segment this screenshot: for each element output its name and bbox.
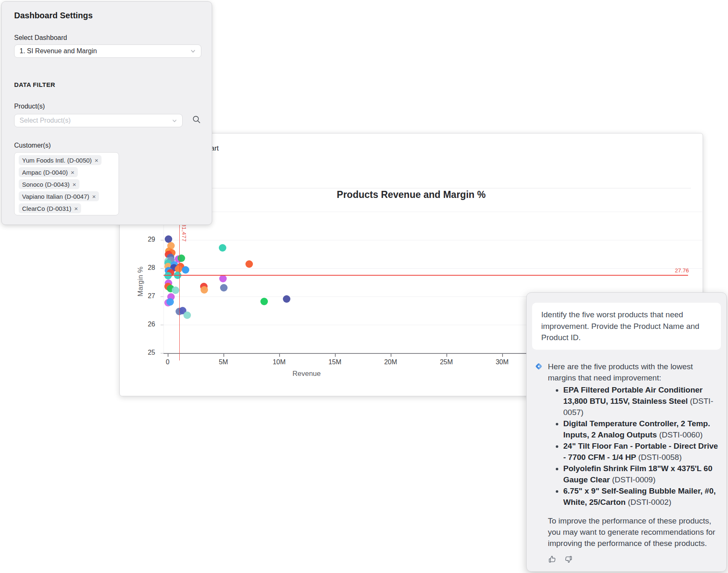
y-tick-label: 25 [138,349,155,356]
data-filter-section-label: DATA FILTER [14,81,55,88]
ai-chat-panel: Identify the five worst products that ne… [526,292,727,572]
x-tick-label: 20M [378,358,403,366]
x-tick [335,354,336,357]
scatter-point [165,235,172,243]
product-item: 6.75" x 9" Self-Sealing Bubble Mailer, #… [563,485,720,508]
scatter-point [219,275,227,282]
y-tick-label: 26 [138,321,155,328]
feedback-row [548,555,720,564]
x-tick-label: 5M [211,358,236,366]
products-select[interactable]: Select Product(s) [14,114,183,127]
scatter-point [260,298,268,305]
product-item: Digital Temperature Controller, 2 Temp. … [563,418,720,440]
y-tick-label: 29 [138,236,155,243]
y-tick [161,240,163,240]
select-dashboard-label: Select Dashboard [14,34,67,42]
dashboard-settings-panel: Dashboard Settings Select Dashboard 1. S… [1,1,212,225]
customer-tags: Yum Foods Intl. (D-0050)×Ampac (D-0040)×… [14,152,119,215]
y-tick [161,268,163,269]
x-tick [502,354,503,357]
target-margin-line [163,275,688,276]
scatter-point [245,260,253,268]
scatter-point [172,286,179,294]
y-tick [161,353,163,353]
ai-response-body: Here are the five products with the lowe… [548,361,720,564]
search-icon [192,115,201,126]
x-tick [391,354,391,357]
scatter-point [178,254,185,262]
x-tick-label: 10M [267,358,292,366]
response-intro: Here are the five products with the lowe… [548,361,720,383]
x-tick [168,354,168,357]
product-list: EPA Filtered Portable Air Conditioner 13… [548,384,720,508]
gridline [163,268,702,269]
customer-tag: Vapiano Italian (D-0047)× [19,191,99,201]
remove-tag-icon[interactable]: × [74,205,78,212]
scatter-point [166,298,174,306]
gridline [163,240,702,240]
customer-tag: Yum Foods Intl. (D-0050)× [19,155,102,165]
remove-tag-icon[interactable]: × [95,157,99,163]
scatter-point [283,295,290,303]
x-tick-label: 15M [322,358,347,366]
x-tick [279,354,280,357]
ai-assistant-icon [535,362,543,564]
scatter-point [220,284,228,291]
response-outro: To improve the performance of these prod… [548,515,720,549]
chevron-down-icon [190,48,196,54]
remove-tag-icon[interactable]: × [71,169,74,175]
y-tick [161,325,163,325]
product-item: Polyolefin Shrink Film 18"W x 4375'L 60 … [563,463,720,485]
plot-left-border [163,212,164,353]
y-axis-title: Margin % [136,263,145,300]
thumbs-up-button[interactable] [548,555,557,564]
scatter-point [183,311,191,319]
settings-title: Dashboard Settings [14,11,93,20]
dashboard-select[interactable]: 1. SI Revenue and Margin [14,44,201,58]
ai-response: Here are the five products with the lowe… [532,361,721,564]
chevron-down-icon [172,118,177,123]
dashboard-select-value: 1. SI Revenue and Margin [20,47,97,55]
y-tick [161,296,163,297]
gridline [163,212,702,212]
scatter-point [182,266,189,274]
x-tick [223,354,224,357]
x-tick-label: 0 [155,358,180,366]
thumbs-down-button[interactable] [564,555,573,564]
x-tick-label: 25M [434,358,459,366]
app-screen: Per Product Category Chart Chart Data Pr… [0,0,728,573]
target-margin-label: 27.76 [651,267,689,274]
customer-tag: ClearCo (D-0031)× [19,203,81,213]
products-label: Product(s) [14,103,45,110]
scatter-point [201,286,208,294]
customers-label: Customer(s) [14,142,51,149]
scatter-point [219,244,226,252]
target-revenue-line [179,212,180,361]
remove-tag-icon[interactable]: × [72,181,76,188]
products-select-placeholder: Select Product(s) [20,117,71,124]
customer-tag: Sonoco (D-0043)× [19,179,79,189]
x-tick-label: 30M [490,358,515,366]
product-item: 24" Tilt Floor Fan - Portable - Direct D… [563,440,720,463]
x-tick [446,354,447,357]
x-axis-title: Revenue [265,370,348,378]
search-button[interactable] [191,115,201,125]
customer-tag: Ampac (D-0040)× [19,167,78,177]
product-item: EPA Filtered Portable Air Conditioner 13… [563,384,720,418]
remove-tag-icon[interactable]: × [92,193,96,200]
user-message: Identify the five worst products that ne… [532,303,721,350]
